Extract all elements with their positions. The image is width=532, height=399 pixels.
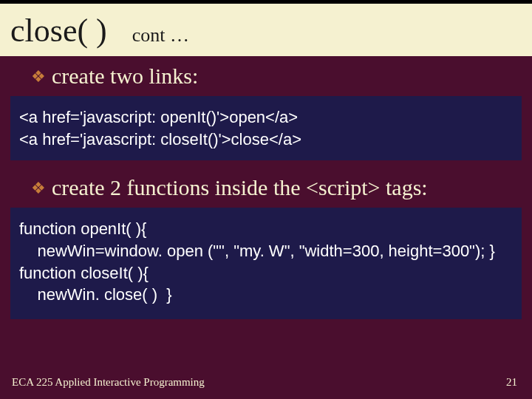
code-block-1: <a href='javascript: openIt()'>open</a> … xyxy=(10,96,522,160)
diamond-bullet-icon: ❖ xyxy=(31,179,46,198)
bullet-2: ❖ create 2 functions inside the <script>… xyxy=(0,163,532,205)
code-block-2: function openIt( ){ newWin=window. open … xyxy=(10,208,522,319)
diamond-bullet-icon: ❖ xyxy=(31,67,46,86)
title-row: close( ) cont … xyxy=(0,0,532,56)
slide-subtitle: cont … xyxy=(132,24,189,47)
bullet-1-text: create two links: xyxy=(52,64,198,89)
bullet-1: ❖ create two links: xyxy=(0,56,532,93)
slide-title: close( ) xyxy=(10,12,107,50)
top-border xyxy=(0,0,532,4)
bullet-2-text: create 2 functions inside the <script> t… xyxy=(52,175,428,200)
footer-left: ECA 225 Applied Interactive Programming xyxy=(12,376,205,389)
footer: ECA 225 Applied Interactive Programming … xyxy=(12,376,517,389)
slide: close( ) cont … ❖ create two links: <a h… xyxy=(0,0,532,399)
slide-number: 21 xyxy=(506,376,517,389)
